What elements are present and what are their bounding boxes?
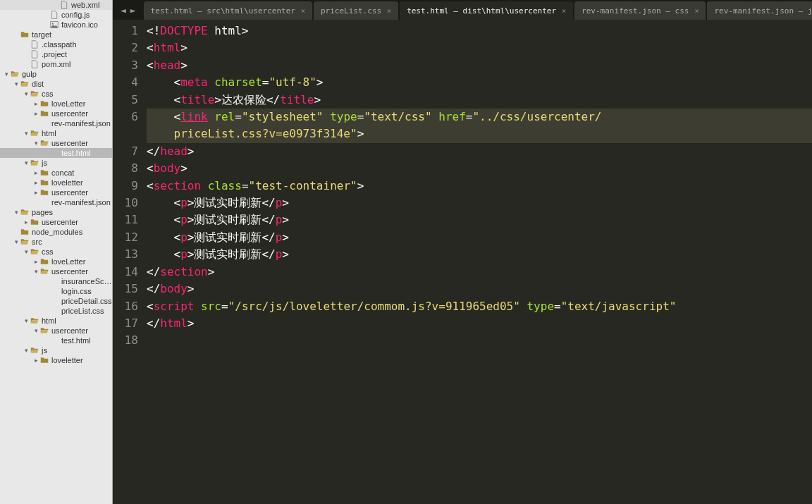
- tree-item[interactable]: favicon.ico: [0, 20, 112, 30]
- tree-item[interactable]: ▾dist: [0, 79, 112, 89]
- tree-item[interactable]: ▾usercenter: [0, 138, 112, 148]
- expander-icon[interactable]: ▸: [32, 100, 39, 107]
- tree-item-label: priceDetail.css: [61, 297, 112, 305]
- code-line[interactable]: <p>测试实时刷新</p>: [147, 229, 812, 246]
- code-area[interactable]: 123456 789101112131415161718 <!DOCTYPE h…: [113, 20, 812, 504]
- expander-icon[interactable]: ▾: [23, 317, 30, 324]
- line-number: 10: [113, 195, 138, 211]
- expander-icon[interactable]: ▾: [23, 159, 30, 166]
- tree-item[interactable]: ▸usercenter: [0, 109, 112, 118]
- code-line[interactable]: <head>: [147, 57, 812, 74]
- expander-icon[interactable]: ▸: [32, 189, 39, 196]
- code-line[interactable]: </body>: [147, 281, 812, 297]
- tree-item[interactable]: ▾css: [0, 89, 112, 99]
- tree-item[interactable]: ▾src: [0, 237, 112, 247]
- tree-item[interactable]: ▸loveletter: [0, 355, 112, 365]
- editor-tab[interactable]: test.html — dist\html\usercenter×: [400, 1, 573, 20]
- code-line[interactable]: <title>达农保险</title>: [147, 92, 812, 109]
- tree-item[interactable]: ▾css: [0, 247, 112, 257]
- tree-item[interactable]: priceDetail.css: [0, 296, 112, 306]
- tree-item[interactable]: insuranceSchem: [0, 276, 112, 286]
- code-line[interactable]: <p>测试实时刷新</p>: [147, 195, 812, 211]
- tree-item[interactable]: ▾pages: [0, 207, 112, 217]
- code-content[interactable]: <!DOCTYPE html><html><head> <meta charse…: [147, 20, 812, 504]
- close-icon[interactable]: ×: [562, 7, 566, 15]
- tree-item[interactable]: ▸loveLetter: [0, 99, 112, 109]
- code-line[interactable]: <link rel="stylesheet" type="text/css" h…: [147, 109, 812, 125]
- editor-tab[interactable]: rev-manifest.json — js×: [707, 1, 812, 20]
- expander-icon[interactable]: ▾: [13, 80, 20, 87]
- file-tree-sidebar[interactable]: web.xmlconfig.jsfavicon.icotarget.classp…: [0, 0, 113, 504]
- tree-item[interactable]: rev-manifest.json: [0, 118, 112, 128]
- expander-icon[interactable]: ▾: [23, 248, 30, 255]
- tree-item[interactable]: ▸usercenter: [0, 217, 112, 227]
- code-line[interactable]: </section>: [147, 264, 812, 281]
- tree-item[interactable]: ▾js: [0, 158, 112, 168]
- tree-item[interactable]: test.html: [0, 336, 112, 345]
- tree-item[interactable]: login.css: [0, 286, 112, 296]
- line-number: 6: [113, 109, 138, 125]
- close-icon[interactable]: ×: [301, 7, 305, 15]
- code-line[interactable]: <script src="/src/js/loveletter/commom.j…: [147, 298, 812, 315]
- tree-item[interactable]: web.xml: [0, 0, 112, 10]
- tree-item[interactable]: config.js: [0, 10, 112, 20]
- nav-back-icon[interactable]: ◄: [121, 5, 126, 16]
- expander-icon[interactable]: ▸: [32, 169, 39, 176]
- close-icon[interactable]: ×: [387, 7, 391, 15]
- tree-item-label: pom.xml: [42, 60, 112, 68]
- tree-item[interactable]: test.html: [0, 148, 112, 158]
- folder-icon: [39, 168, 49, 177]
- tree-item-label: priceList.css: [61, 307, 112, 315]
- tree-item[interactable]: ▸loveletter: [0, 178, 112, 188]
- tree-item[interactable]: ▾usercenter: [0, 326, 112, 336]
- code-line[interactable]: priceList.css?v=e0973f314e">: [147, 125, 812, 142]
- tree-item[interactable]: ▾js: [0, 345, 112, 355]
- code-line[interactable]: <p>测试实时刷新</p>: [147, 246, 812, 263]
- tree-item[interactable]: pom.xml: [0, 59, 112, 69]
- code-line[interactable]: <html>: [147, 39, 812, 56]
- tree-item-label: loveLetter: [51, 257, 112, 266]
- code-line[interactable]: </head>: [147, 143, 812, 160]
- tree-item[interactable]: ▾html: [0, 128, 112, 138]
- tree-item[interactable]: ▸loveLetter: [0, 257, 112, 266]
- tree-item[interactable]: target: [0, 30, 112, 39]
- expander-icon[interactable]: ▾: [32, 327, 39, 334]
- tree-item[interactable]: ▸concat: [0, 168, 112, 178]
- code-line[interactable]: </html>: [147, 315, 812, 332]
- code-line[interactable]: <section class="test-container">: [147, 178, 812, 195]
- editor-tab[interactable]: rev-manifest.json — css×: [574, 1, 706, 20]
- tree-item[interactable]: ▾gulp: [0, 69, 112, 79]
- code-line[interactable]: <body>: [147, 160, 812, 177]
- code-line[interactable]: <meta charset="utf-8">: [147, 74, 812, 91]
- editor-tab[interactable]: test.html — src\html\usercenter×: [144, 1, 312, 20]
- tree-item[interactable]: node_modules: [0, 227, 112, 237]
- nav-forward-icon[interactable]: ►: [130, 5, 136, 16]
- expander-icon[interactable]: ▸: [32, 179, 39, 186]
- tabs-container: test.html — src\html\usercenter×priceLis…: [144, 0, 812, 20]
- expander-icon[interactable]: ▾: [13, 209, 20, 216]
- tree-item[interactable]: priceList.css: [0, 306, 112, 316]
- tree-item[interactable]: rev-manifest.json: [0, 197, 112, 207]
- expander-icon[interactable]: ▾: [13, 238, 20, 245]
- code-line[interactable]: <!DOCTYPE html>: [147, 23, 812, 39]
- tree-item[interactable]: .classpath: [0, 39, 112, 49]
- expander-icon[interactable]: ▾: [23, 90, 30, 97]
- expander-icon[interactable]: ▸: [32, 110, 39, 117]
- expander-icon[interactable]: ▸: [32, 357, 39, 364]
- expander-icon[interactable]: ▾: [32, 268, 39, 275]
- expander-icon[interactable]: ▾: [3, 70, 10, 78]
- expander-icon[interactable]: ▸: [32, 258, 39, 265]
- editor-tab[interactable]: priceList.css×: [314, 1, 398, 20]
- tree-item[interactable]: ▸usercenter: [0, 188, 112, 197]
- file-icon: [30, 40, 39, 49]
- expander-icon[interactable]: ▾: [23, 130, 30, 137]
- close-icon[interactable]: ×: [694, 7, 699, 15]
- expander-icon[interactable]: ▾: [32, 140, 39, 147]
- expander-icon[interactable]: ▾: [23, 347, 30, 354]
- code-line[interactable]: <p>测试实时刷新</p>: [147, 211, 812, 228]
- tree-item[interactable]: .project: [0, 49, 112, 59]
- tree-item[interactable]: ▾usercenter: [0, 266, 112, 276]
- expander-icon[interactable]: ▸: [23, 219, 30, 226]
- folder-icon: [39, 257, 49, 266]
- tree-item[interactable]: ▾html: [0, 316, 112, 326]
